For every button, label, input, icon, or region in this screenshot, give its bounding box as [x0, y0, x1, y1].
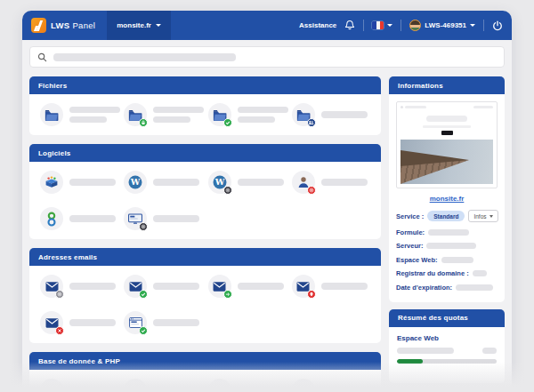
french-flag-icon: [372, 21, 384, 29]
service-tile[interactable]: [40, 275, 118, 298]
preview-skeleton: [405, 106, 426, 108]
power-icon[interactable]: [492, 20, 503, 31]
skeleton-lines: [69, 283, 116, 290]
section-title: Adresses emails: [38, 253, 97, 261]
skeleton-line: [153, 107, 204, 113]
skeleton-line: [69, 107, 120, 113]
skeleton-lines: [153, 107, 202, 123]
body-area: FichiersLogicielsWWAdresses emailsBase d…: [22, 40, 512, 392]
skeleton-lines: [153, 387, 199, 392]
service-tile[interactable]: W: [124, 171, 202, 194]
service-tile[interactable]: [124, 207, 202, 230]
email-settings-icon: [40, 275, 63, 298]
service-tile[interactable]: [40, 103, 118, 126]
service-tile[interactable]: [292, 171, 370, 194]
info-label: Registrar du domaine :: [396, 269, 469, 277]
quota-metric-label: Espace Web: [397, 334, 497, 342]
sitebuilder-icon: [40, 207, 63, 230]
service-row: Service : Standard Infos: [396, 210, 498, 222]
service-tile[interactable]: [208, 103, 287, 126]
search-input[interactable]: [29, 46, 505, 68]
skeleton-lines: [321, 387, 368, 392]
section-header-bdd-php: Base de donnée & PHP: [29, 352, 381, 370]
status-badge: [55, 326, 64, 335]
skeleton-line: [153, 116, 190, 123]
skeleton-line: [238, 283, 284, 290]
info-row: Formule:: [396, 228, 498, 236]
assistance-link[interactable]: Assistance: [299, 21, 336, 29]
service-tile[interactable]: [124, 379, 202, 392]
value-skeleton: [456, 284, 493, 291]
wordpress-manage-icon: W: [208, 171, 231, 194]
site-selector[interactable]: monsite.fr: [107, 11, 171, 40]
skeleton-line: [153, 283, 199, 290]
info-detail-rows: Formule:Serveur:Espace Web:Registrar du …: [396, 228, 498, 292]
service-tile[interactable]: [40, 171, 118, 194]
service-tile[interactable]: [292, 103, 370, 126]
service-tile[interactable]: [292, 379, 370, 392]
service-tile[interactable]: [40, 379, 118, 392]
service-tile[interactable]: [292, 275, 370, 298]
bell-icon[interactable]: [344, 20, 355, 31]
skeleton-lines: [69, 215, 116, 222]
svg-text:W: W: [130, 177, 141, 187]
folder-icon: [40, 103, 63, 126]
service-tile[interactable]: [124, 275, 202, 298]
service-tile[interactable]: [208, 275, 287, 298]
quota-progress-fill: [397, 359, 423, 364]
skeleton-lines: [153, 283, 199, 290]
account-id: LWS-469351: [425, 21, 466, 29]
status-badge: [307, 118, 316, 127]
service-tile[interactable]: [124, 311, 202, 334]
info-row: Espace Web:: [396, 256, 498, 264]
service-tile[interactable]: W: [208, 171, 287, 194]
preview-header: [400, 106, 493, 108]
topbar-divider: [363, 20, 364, 31]
section-title: Fichiers: [38, 82, 67, 90]
info-label: Formule:: [396, 228, 425, 236]
service-tile[interactable]: [40, 207, 118, 230]
lws-panel-logo[interactable]: LWS Panel: [31, 18, 95, 33]
chevron-down-icon: [387, 24, 392, 27]
infos-button-label: Infos: [473, 213, 486, 220]
email-location-icon: [292, 275, 315, 298]
email-check-icon: [124, 275, 147, 298]
skeleton-line: [153, 179, 199, 186]
site-preview-thumbnail[interactable]: [396, 101, 498, 188]
app-window: LWS Panel monsite.fr Assistance LWS-4693…: [22, 11, 512, 392]
sections-root: FichiersLogicielsWWAdresses emailsBase d…: [29, 76, 381, 392]
language-selector[interactable]: [372, 21, 392, 29]
service-tile[interactable]: [40, 311, 118, 334]
placeholder-icon: [40, 379, 63, 392]
preview-cta-button: [441, 131, 453, 136]
informations-header: Informations: [389, 76, 505, 94]
site-link[interactable]: monsite.fr: [396, 195, 498, 203]
info-label: Date d'expiration:: [396, 284, 452, 292]
quotas-title: Résumé des quotas: [398, 314, 468, 322]
placeholder-icon: [124, 379, 147, 392]
skeleton-line: [69, 116, 107, 123]
status-badge: [223, 118, 232, 127]
skeleton-line: [238, 107, 288, 113]
preview-logo-dot: [400, 106, 403, 108]
section-body-fichiers: [29, 94, 381, 135]
infos-button[interactable]: Infos: [468, 210, 498, 222]
email-forward-icon: [208, 275, 231, 298]
topbar-divider: [400, 20, 401, 31]
brand-panel: Panel: [72, 20, 95, 30]
placeholder-icon: [208, 379, 231, 392]
service-tile[interactable]: [124, 103, 202, 126]
section-title: Logiciels: [38, 149, 70, 157]
section-bdd-php: Base de donnée & PHP: [29, 352, 381, 392]
skeleton-line: [321, 111, 368, 118]
skeleton-lines: [238, 107, 287, 123]
avatar: [409, 20, 421, 31]
account-menu[interactable]: LWS-469351: [409, 20, 475, 31]
quotas-header: Résumé des quotas: [389, 309, 505, 327]
skeleton-line: [321, 283, 368, 290]
folder-users-icon: [292, 103, 315, 126]
section-fichiers: Fichiers: [29, 76, 381, 135]
skeleton-line: [321, 387, 368, 392]
skeleton-line: [153, 387, 199, 392]
service-tile[interactable]: [208, 379, 287, 392]
